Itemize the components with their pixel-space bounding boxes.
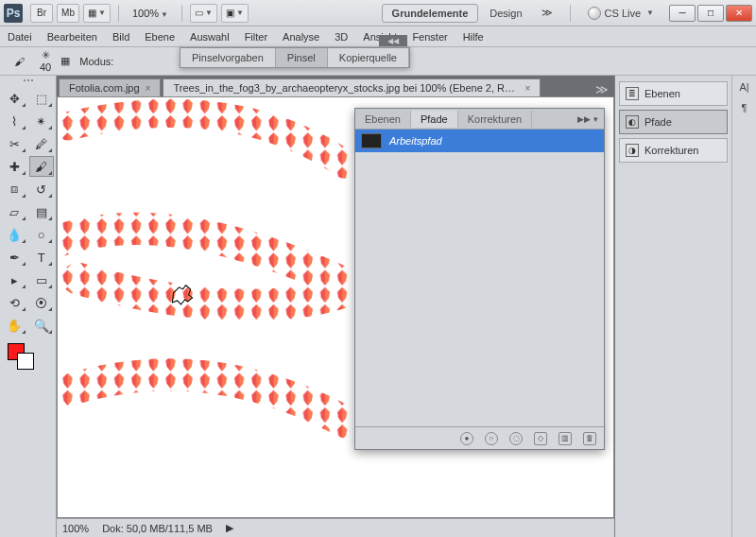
paths-panel-footer: ● ○ ◌ ◇ ▥ 🗑 [355,426,604,449]
menu-bild[interactable]: Bild [112,31,129,43]
eraser-tool[interactable]: ▱ [2,201,27,222]
menu-ebene[interactable]: Ebene [145,31,175,43]
menu-fenster[interactable]: Fenster [412,31,447,43]
fill-path-icon[interactable]: ● [460,432,473,445]
brush-preset[interactable]: ✳ 40 [40,49,51,73]
minibridge-button[interactable]: Mb [57,4,79,23]
close-icon[interactable]: × [525,83,531,94]
character-panel-icon[interactable]: A| [739,81,748,93]
menu-analyse[interactable]: Analyse [283,31,319,43]
tab-kopierquelle[interactable]: Kopierquelle [328,48,409,67]
type-tool[interactable]: T [29,247,55,268]
wand-tool[interactable]: ✴ [29,111,55,131]
3d-tool[interactable]: ⟲ [2,292,27,313]
brush-tool[interactable]: 🖌 [29,156,55,177]
dock-korrekturen-button[interactable]: ◑Korrekturen [619,138,728,163]
status-bar: 100% Dok: 50,0 MB/111,5 MB ▶ [57,518,614,537]
blur-tool[interactable]: 💧 [2,224,27,245]
zoom-level[interactable]: 100%▼ [125,8,176,19]
path-thumbnail [361,133,382,148]
path-from-selection-icon[interactable]: ◇ [534,432,547,445]
document-tab-fotolia[interactable]: Fotolia.com.jpg× [59,78,161,96]
dock-pfade-button[interactable]: ◐Pfade [619,110,728,134]
menu-3d[interactable]: 3D [335,31,348,43]
paths-panel[interactable]: Ebenen Pfade Korrekturen ▶▶ ▾ Arbeitspfa… [354,108,605,450]
status-more[interactable]: ▶ [226,522,233,534]
dodge-tool[interactable]: ○ [29,224,55,245]
panel-tab-pfade[interactable]: Pfade [411,111,458,128]
blend-mode-label: Modus: [79,56,113,67]
layers-icon: ≣ [626,87,639,100]
menu-datei[interactable]: Datei [8,31,32,43]
crop-tool[interactable]: ✂ [2,133,27,154]
tabs-overflow[interactable]: ≫ [595,82,609,96]
layout-dropdown[interactable]: ▦▼ [83,4,111,23]
workspace-more[interactable]: ≫ [534,4,560,22]
zoom-tool[interactable]: 🔍 [29,315,55,336]
panel-collapse-icon[interactable]: ◀◀ [379,35,407,46]
close-icon[interactable]: × [146,83,151,94]
status-doc-size[interactable]: Dok: 50,0 MB/111,5 MB [102,523,213,534]
window-close[interactable]: ✕ [726,5,752,22]
arrange-button[interactable]: ▭▼ [190,4,217,23]
heal-tool[interactable]: ✚ [2,156,27,177]
window-maximize[interactable]: □ [697,5,724,22]
brush-shape-icon: ✳ [42,49,50,61]
hand-tool[interactable]: ✋ [2,315,27,336]
background-color[interactable] [17,353,34,370]
app-logo: Ps [4,4,23,23]
screen-mode-button[interactable]: ▣▼ [221,4,249,23]
cslive-icon [588,7,601,20]
document-tab-trees[interactable]: Trees_in_the_fog3_by_archaeopteryx_stock… [163,78,541,96]
menu-auswahl[interactable]: Auswahl [190,31,230,43]
current-tool-icon[interactable]: 🖌 [8,51,30,72]
history-brush-tool[interactable]: ↺ [29,179,55,199]
tab-pinselvorgaben[interactable]: Pinselvorgaben [180,48,276,67]
window-minimize[interactable]: ─ [669,5,696,22]
paths-icon: ◐ [626,115,639,129]
cslive-button[interactable]: CS Live▼ [588,7,654,20]
lasso-tool[interactable]: ⌇ [2,111,27,131]
color-swatches[interactable] [2,343,54,372]
document-tabs: Fotolia.com.jpg× Trees_in_the_fog3_by_ar… [57,76,614,96]
titlebar: Ps Br Mb ▦▼ 100%▼ ▭▼ ▣▼ Grundelemente De… [0,0,756,26]
path-select-tool[interactable]: ▸ [2,269,27,290]
brush-panel-toggle[interactable]: ▦ [60,55,70,67]
new-path-icon[interactable]: ▥ [558,432,572,445]
brush-panel[interactable]: ◀◀ Pinselvorgaben Pinsel Kopierquelle [180,47,410,68]
delete-path-icon[interactable]: 🗑 [583,432,596,445]
panel-tab-ebenen[interactable]: Ebenen [355,111,411,128]
eyedropper-tool[interactable]: 🖉 [29,133,55,154]
stamp-tool[interactable]: ⧈ [2,179,27,199]
status-zoom[interactable]: 100% [62,523,89,534]
menu-bearbeiten[interactable]: Bearbeiten [47,31,97,43]
menu-hilfe[interactable]: Hilfe [463,31,484,43]
right-dock: ≣Ebenen ◐Pfade ◑Korrekturen A| ¶ [614,76,756,537]
move-tool[interactable]: ✥ [2,88,27,109]
panel-collapse-icon[interactable]: ▶▶ ▾ [572,114,604,124]
marquee-tool[interactable]: ⬚ [29,88,55,109]
stroke-path-icon[interactable]: ○ [485,432,498,445]
menu-filter[interactable]: Filter [245,31,267,43]
3d-camera-tool[interactable]: ⦿ [29,292,55,313]
tab-pinsel[interactable]: Pinsel [276,48,328,67]
workspace-active[interactable]: Grundelemente [382,4,479,23]
dock-ebenen-button[interactable]: ≣Ebenen [619,81,728,106]
bridge-button[interactable]: Br [30,4,53,23]
gradient-tool[interactable]: ▤ [29,201,55,222]
toolbox: ✥ ⬚ ⌇ ✴ ✂ 🖉 ✚ 🖌 ⧈ ↺ ▱ ▤ 💧 ○ ✒ T ▸ ▭ ⟲ ⦿ … [0,76,57,537]
shape-tool[interactable]: ▭ [29,269,55,290]
adjustments-icon: ◑ [626,144,639,157]
workspace-design[interactable]: Design [482,5,529,22]
selection-from-path-icon[interactable]: ◌ [509,432,523,445]
paragraph-panel-icon[interactable]: ¶ [742,102,747,113]
pen-tool[interactable]: ✒ [2,247,27,268]
path-item-arbeitspfad[interactable]: Arbeitspfad [355,130,604,152]
path-list[interactable]: Arbeitspfad [355,130,604,426]
panel-tab-korrekturen[interactable]: Korrekturen [458,111,532,128]
brush-size-value: 40 [40,61,51,73]
